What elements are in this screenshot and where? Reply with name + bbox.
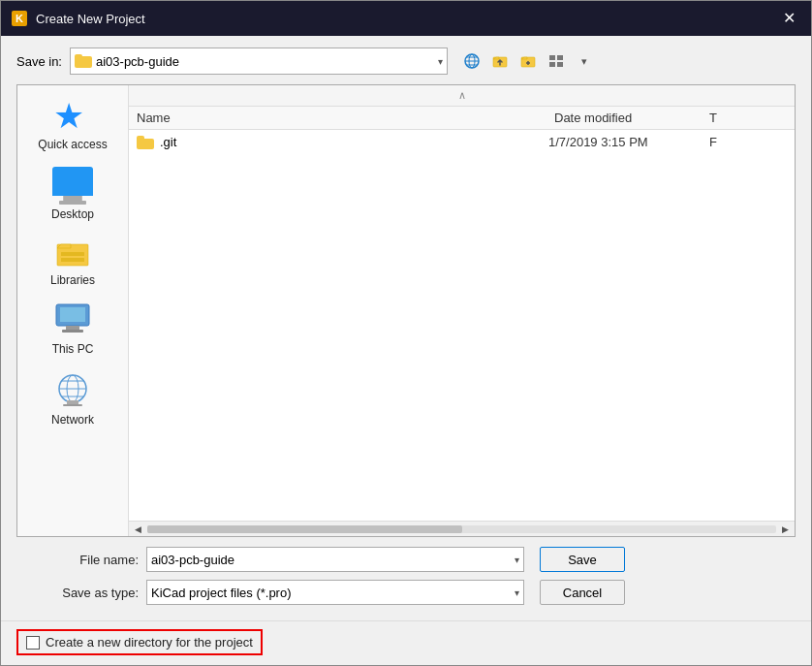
sidebar-item-label-quick-access: Quick access	[38, 138, 107, 151]
save-as-type-row: Save as type: KiCad project files (*.pro…	[32, 580, 780, 605]
folder-icon	[137, 136, 154, 149]
save-button[interactable]: Save	[540, 547, 625, 572]
sidebar-item-label-this-pc: This PC	[52, 342, 94, 356]
globe-icon	[464, 53, 480, 69]
views-icon	[548, 53, 564, 69]
toolbar-icons: ▾	[459, 48, 597, 74]
file-list: .git 1/7/2019 3:15 PM F	[129, 130, 795, 521]
sidebar-item-libraries[interactable]: Libraries	[17, 231, 128, 293]
file-name: .git	[160, 135, 543, 149]
file-name-input[interactable]: ai03-pcb-guide ▾	[146, 547, 524, 572]
svg-rect-11	[549, 55, 555, 60]
views-dropdown-button[interactable]: ▾	[572, 48, 597, 74]
scrollbar-area: ◀ ▶	[129, 521, 795, 536]
table-row[interactable]: .git 1/7/2019 3:15 PM F	[129, 132, 795, 152]
svg-rect-21	[62, 330, 83, 333]
buttons-col-2: Cancel	[540, 580, 625, 605]
thispc-icon	[52, 302, 93, 338]
sidebar-item-desktop[interactable]: Desktop	[17, 161, 128, 227]
column-date: Date modified	[554, 111, 709, 125]
file-header: ∧	[129, 85, 795, 107]
close-button[interactable]: ✕	[777, 9, 801, 28]
file-name-dropdown-arrow: ▾	[515, 555, 519, 565]
cancel-button[interactable]: Cancel	[540, 580, 625, 605]
sidebar-item-this-pc[interactable]: This PC	[17, 297, 128, 362]
file-name-label: File name:	[32, 553, 139, 567]
save-as-type-input[interactable]: KiCad project files (*.pro) ▾	[146, 580, 524, 605]
svg-rect-12	[557, 55, 563, 60]
svg-rect-28	[63, 404, 82, 406]
folder-icon	[75, 54, 92, 68]
file-date: 1/7/2019 3:15 PM	[548, 135, 703, 149]
new-folder-button[interactable]	[515, 48, 541, 74]
column-headers: Name Date modified T	[129, 107, 795, 130]
views-dropdown-arrow: ▾	[581, 55, 587, 68]
save-in-dropdown-arrow: ▾	[438, 56, 443, 67]
save-as-type-label: Save as type:	[32, 586, 139, 600]
footer: Create a new directory for the project	[1, 620, 811, 665]
scroll-thumb	[147, 525, 462, 533]
new-folder-icon	[520, 53, 536, 69]
save-as-type-value: KiCad project files (*.pro)	[151, 586, 292, 600]
up-folder-button[interactable]	[487, 48, 513, 74]
svg-rect-17	[61, 258, 84, 262]
sidebar-item-label-desktop: Desktop	[51, 207, 94, 221]
svg-text:K: K	[16, 13, 23, 24]
network-icon	[52, 371, 93, 409]
column-type: T	[709, 111, 787, 125]
create-directory-checkbox[interactable]	[26, 636, 40, 650]
buttons-col: Save	[540, 547, 625, 572]
save-in-label: Save in:	[16, 54, 62, 69]
up-folder-icon	[492, 53, 508, 69]
sidebar: ★ Quick access Desktop	[17, 85, 129, 536]
scroll-track[interactable]	[147, 525, 776, 533]
save-in-row: Save in: ai03-pcb-guide ▾	[16, 48, 796, 75]
save-as-type-dropdown-arrow: ▾	[515, 587, 519, 598]
desktop-icon	[52, 167, 93, 196]
sidebar-item-network[interactable]: Network	[17, 365, 128, 432]
svg-rect-27	[67, 400, 78, 404]
create-new-project-dialog: K Create New Project ✕ Save in: ai03-pcb…	[0, 0, 812, 666]
svg-rect-16	[61, 252, 84, 256]
scroll-right-button[interactable]: ▶	[780, 524, 791, 534]
svg-rect-20	[66, 326, 79, 330]
svg-rect-19	[60, 307, 85, 322]
file-type: F	[709, 135, 787, 149]
views-button[interactable]	[544, 48, 569, 74]
create-directory-label: Create a new directory for the project	[46, 635, 253, 650]
sidebar-item-quick-access[interactable]: ★ Quick access	[17, 93, 128, 157]
main-area: ★ Quick access Desktop	[16, 84, 796, 537]
column-name: Name	[137, 111, 554, 125]
star-icon: ★	[53, 99, 92, 134]
dialog-body: Save in: ai03-pcb-guide ▾	[1, 36, 811, 620]
bottom-fields: File name: ai03-pcb-guide ▾ Save Save as…	[16, 537, 796, 613]
title-bar: K Create New Project ✕	[1, 1, 811, 36]
libraries-icon	[53, 237, 92, 270]
svg-rect-14	[557, 62, 563, 67]
file-name-value: ai03-pcb-guide	[151, 553, 234, 567]
scroll-left-button[interactable]: ◀	[133, 524, 143, 534]
back-button[interactable]	[459, 48, 484, 74]
file-area: ∧ Name Date modified T .git 1/7/2019 3:1…	[129, 85, 795, 536]
svg-rect-13	[549, 62, 555, 67]
sidebar-item-label-network: Network	[51, 413, 94, 427]
up-arrow: ∧	[137, 89, 787, 102]
dialog-icon: K	[11, 10, 28, 27]
file-name-row: File name: ai03-pcb-guide ▾ Save	[32, 547, 780, 572]
save-in-dropdown[interactable]: ai03-pcb-guide ▾	[70, 48, 448, 75]
create-directory-wrapper: Create a new directory for the project	[16, 629, 263, 655]
save-in-value: ai03-pcb-guide	[96, 54, 430, 69]
sidebar-item-label-libraries: Libraries	[50, 273, 95, 287]
dialog-title: Create New Project	[36, 12, 777, 26]
